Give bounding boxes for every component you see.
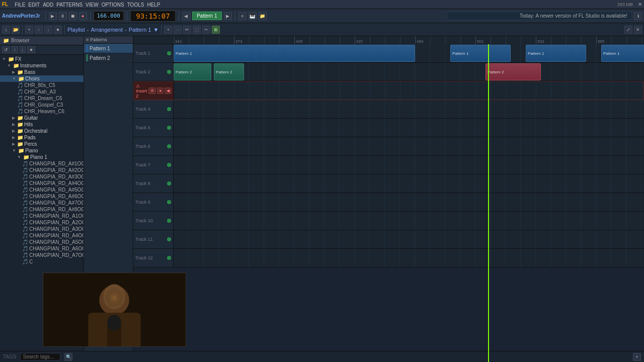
track-content-11[interactable] [174, 249, 644, 267]
tree-item-1[interactable]: ▼📁 Instruments [0, 62, 84, 69]
tree-item-25[interactable]: 🎵 CHANGPIAN_RD_A2OGG [0, 219, 84, 226]
tree-item-0[interactable]: ▼📁 FX [0, 56, 84, 62]
pattern-block-0-0[interactable]: Pattern 1 [174, 45, 415, 62]
tree-item-26[interactable]: 🎵 CHANGPIAN_RD_A3OGG [0, 226, 84, 232]
tree-item-3[interactable]: ▼📁 Choirs [0, 75, 84, 82]
tree-item-21[interactable]: 🎵 CHANGPIA_RD_A#6OGG [0, 193, 84, 200]
track-content-2[interactable] [174, 82, 643, 100]
insert-btn-r-2[interactable]: ⚙ [148, 87, 156, 94]
tree-item-28[interactable]: 🎵 CHANGPIAN_RD_A5OGG [0, 239, 84, 245]
track-label-7[interactable]: Track 8 [133, 174, 174, 193]
record-button[interactable]: ● [79, 12, 87, 20]
sidebar-fav-btn[interactable]: ★ [27, 46, 35, 53]
tree-item-30[interactable]: 🎵 CHANGPIAN_RD_A7OGG [0, 252, 84, 258]
bpm-display[interactable]: 166.000 [94, 11, 124, 21]
mixer-icon[interactable]: ≡ [238, 12, 247, 20]
track-label-0[interactable]: Track 1 [133, 44, 174, 62]
track-content-1[interactable]: Pattern 2Pattern 2Pattern 2 [174, 63, 644, 81]
track-content-6[interactable] [174, 156, 644, 174]
track-label-3[interactable]: Track 4 [133, 100, 174, 118]
add-button[interactable]: + [25, 26, 33, 34]
browser-button[interactable]: 📂 [12, 26, 20, 34]
breadcrumb-pattern1[interactable]: Pattern 1 [129, 27, 151, 33]
next-pattern-icon[interactable]: ▶ [224, 12, 232, 20]
maximize-icon[interactable]: ⤢ [624, 26, 632, 34]
pattern-item-0[interactable]: Pattern 1 [84, 44, 133, 53]
tags-input[interactable] [20, 353, 60, 360]
menu-item-options[interactable]: OPTIONS [100, 2, 126, 8]
play-button[interactable]: ▶ [49, 12, 57, 20]
track-label-2[interactable]: ⚠ Insert 2 ⚙ ● ◀ [134, 82, 174, 100]
track-label-1[interactable]: Track 2 [133, 63, 174, 81]
tree-item-11[interactable]: ▶📁 Orchestral [0, 128, 84, 134]
slice-tool[interactable]: ✂ [202, 26, 210, 34]
pattern-block-1-0[interactable]: Pattern 2 [174, 63, 211, 80]
track-label-4[interactable]: Track 5 [133, 119, 174, 137]
tracks-scroll[interactable]: Track 1Pattern 1Pattern 1Pattern 1Patter… [133, 44, 644, 362]
track-content-10[interactable] [174, 230, 644, 248]
tree-item-15[interactable]: ▼📁 Piano 1 [0, 154, 84, 160]
track-content-9[interactable] [174, 212, 644, 230]
pattern-block-0-3[interactable]: Pattern 1 [601, 45, 644, 62]
pattern-block-0-2[interactable]: Pattern 1 [526, 45, 586, 62]
insert-btn-m-2[interactable]: ◀ [165, 87, 172, 94]
breadcrumb-arrangement[interactable]: Arrangement [91, 27, 123, 33]
select-tool[interactable]: ⬚ [193, 26, 201, 34]
tree-item-6[interactable]: 🎵 CHR_Dream_C6 [0, 95, 84, 102]
pattern-item-1[interactable]: Pattern 2 [84, 53, 133, 63]
tree-item-8[interactable]: 🎵 CHR_Heaven_C6 [0, 108, 84, 115]
tree-item-31[interactable]: 🎵 C [0, 258, 84, 265]
tree-item-17[interactable]: 🎵 CHANGPIA_RD_A#2OGG [0, 167, 84, 173]
track-label-6[interactable]: Track 7 [133, 156, 174, 174]
track-label-8[interactable]: Track 9 [133, 193, 174, 211]
zoom-out-icon[interactable]: - [174, 26, 182, 34]
tree-item-13[interactable]: ▶📁 Percs [0, 141, 84, 147]
magnet-icon[interactable]: ⊞ [212, 26, 220, 34]
menu-item-add[interactable]: ADD [41, 2, 55, 8]
sidebar-down-btn[interactable]: ↓ [20, 46, 26, 53]
stop-button[interactable]: ⏹ [69, 12, 77, 20]
sidebar-up-btn[interactable]: ↑ [12, 46, 18, 53]
menu-item-file[interactable]: FILE [13, 2, 27, 8]
tree-item-20[interactable]: 🎵 CHANGPIA_RD_A#5OGG [0, 187, 84, 193]
up-button[interactable]: ↑ [35, 26, 43, 34]
menu-item-view[interactable]: VIEW [84, 2, 100, 8]
tree-item-29[interactable]: 🎵 CHANGPIAN_RD_A6OGG [0, 245, 84, 252]
track-content-3[interactable] [174, 100, 644, 118]
tree-item-7[interactable]: 🎵 CHR_Gospel_C3 [0, 102, 84, 108]
tree-item-24[interactable]: 🎵 CHANGPIAN_RD_A1OGG [0, 213, 84, 219]
tree-item-18[interactable]: 🎵 CHANGPIA_RD_A#3OGG [0, 173, 84, 180]
close-panel-icon[interactable]: ✕ [634, 26, 642, 34]
track-content-0[interactable]: Pattern 1Pattern 1Pattern 1Pattern 1 [174, 44, 644, 62]
close-icon[interactable]: ✕ [638, 2, 642, 7]
tree-item-5[interactable]: 🎵 CHR_Aah_A3 [0, 88, 84, 95]
pencil-tool[interactable]: ✏ [183, 26, 191, 34]
track-label-9[interactable]: Track 10 [133, 212, 174, 230]
menu-item-edit[interactable]: EDIT [27, 2, 41, 8]
tree-item-23[interactable]: 🎵 CHANGPIA_RD_A#8OGG [0, 206, 84, 213]
menu-item-help[interactable]: HELP [145, 2, 162, 8]
piano-roll-icon[interactable]: 🎹 [249, 12, 257, 20]
browser-toggle-icon[interactable]: 📁 [259, 12, 267, 20]
pattern-block-1-2[interactable]: Pattern 2 [486, 63, 541, 80]
prev-pattern-icon[interactable]: ◀ [182, 12, 190, 20]
tree-item-19[interactable]: 🎵 CHANGPIA_RD_A#4OGG [0, 180, 84, 187]
track-content-7[interactable] [174, 174, 644, 193]
bookmark-icon[interactable]: ★ [54, 26, 62, 34]
track-content-4[interactable] [174, 119, 644, 137]
pause-button[interactable]: ⏸ [59, 12, 67, 20]
tree-item-9[interactable]: ▶📁 Guitar [0, 115, 84, 121]
add-tag-btn[interactable]: + [633, 353, 641, 361]
timeline-ruler[interactable]: 341373405437469501533565597629661693725 [174, 36, 644, 44]
tree-item-14[interactable]: ▼📁 Piano [0, 147, 84, 154]
sidebar-refresh-btn[interactable]: ↺ [2, 46, 10, 53]
tree-item-2[interactable]: ▶📁 Bass [0, 69, 84, 75]
track-content-8[interactable] [174, 193, 644, 211]
tags-search-btn[interactable]: 🔍 [64, 353, 72, 361]
notification-icon[interactable]: ℹ [634, 12, 642, 20]
tree-item-16[interactable]: 🎵 CHANGPIA_RD_A#1OGG [0, 160, 84, 167]
tree-item-4[interactable]: 🎵 CHR_80s_C5 [0, 82, 84, 88]
menu-item-patterns[interactable]: PATTERNS [55, 2, 84, 8]
pattern-block-0-1[interactable]: Pattern 1 [450, 45, 511, 62]
tree-item-27[interactable]: 🎵 CHANGPIAN_RD_A4OGG [0, 232, 84, 239]
